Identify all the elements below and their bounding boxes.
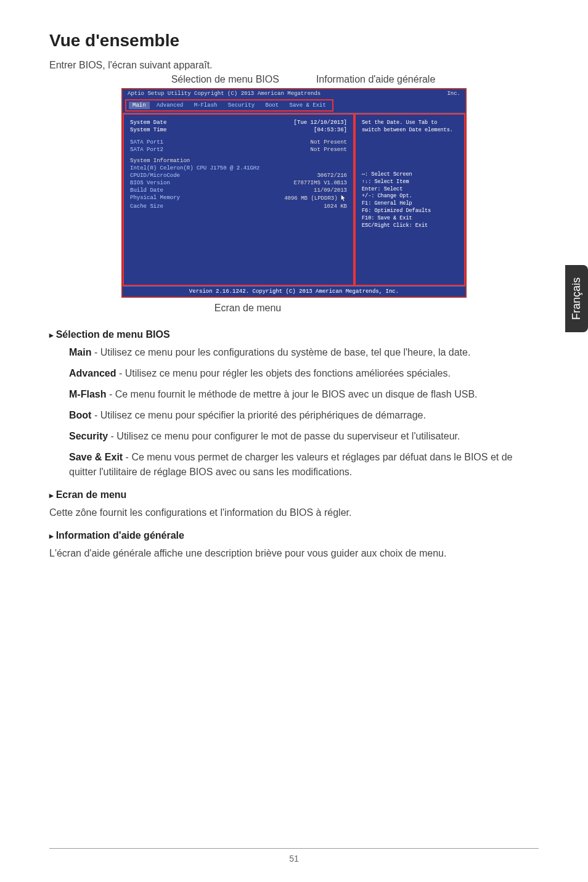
menu-item-main: Main - Utilisez ce menu pour les configu…	[69, 345, 539, 360]
bios-help-panel: Set the Date. Use Tab to switch between …	[354, 113, 465, 286]
bios-label: SATA Port1	[130, 139, 163, 145]
section-help-info-header: Information d'aide générale	[49, 530, 539, 541]
screenshot-caption: Ecran de menu	[0, 303, 539, 314]
bios-cpu-line: Intel(R) Celeron(R) CPU J1750 @ 2.41GHz	[130, 165, 347, 171]
bios-label: Physical Memory	[130, 195, 180, 202]
bios-label: System Date	[130, 120, 166, 126]
menu-item-desc: - Utilisez ce menu pour régler les objet…	[116, 368, 450, 378]
bios-header-left: Aptio Setup Utility Copyright (C) 2013 A…	[128, 91, 321, 97]
bios-help-text2: switch between Date elements.	[362, 127, 458, 134]
help-key: F10: Save & Exit	[362, 215, 458, 223]
help-key: ↔: Select Screen	[362, 171, 458, 179]
bios-screenshot-container: Aptio Setup Utility Copyright (C) 2013 A…	[49, 88, 539, 298]
menu-item-mflash: M-Flash - Ce menu fournit le méthode de …	[69, 387, 539, 402]
help-key: F6: Optimized Defaults	[362, 208, 458, 215]
bios-value: E7877IMS V1.0B13	[294, 180, 347, 186]
bios-value: Not Present	[311, 147, 347, 153]
bios-value: Not Present	[311, 139, 347, 145]
bios-value: 30672/216	[317, 173, 347, 179]
bios-row-date: System Date [Tue 12/10/2013]	[130, 120, 347, 126]
bios-label: CPUID/MicroCode	[130, 173, 180, 179]
bios-row-time: System Time [04:53:36]	[130, 127, 347, 133]
bios-row-cache: Cache Size 1024 KB	[130, 203, 347, 210]
menu-item-desc: - Utilisez ce menu pour configurer le mo…	[108, 431, 460, 441]
bios-label: Build Date	[130, 187, 163, 194]
page-footer: 51	[49, 848, 539, 864]
bios-row-builddate: Build Date 11/09/2013	[130, 187, 347, 194]
menu-item-desc: - Utilisez ce menu pour les configuratio…	[91, 347, 470, 357]
bios-value: 11/09/2013	[314, 187, 347, 194]
section-menu-selection-header: Sélection de menu BIOS	[49, 329, 539, 340]
bios-row-sata1: SATA Port1 Not Present	[130, 139, 347, 145]
page-title: Vue d'ensemble	[49, 31, 539, 51]
cursor-icon	[341, 195, 347, 202]
language-tab: Français	[565, 265, 588, 332]
help-key: ESC/Right Click: Exit	[362, 223, 458, 230]
menu-item-name: Security	[69, 431, 108, 441]
bios-row-sata2: SATA Port2 Not Present	[130, 147, 347, 153]
bios-header-right: Inc.	[447, 91, 460, 97]
menu-item-name: M-Flash	[69, 389, 106, 399]
menu-item-desc: - Ce menu fournit le méthode de mettre à…	[106, 389, 477, 399]
bios-tab-main: Main	[129, 102, 150, 109]
bios-sysinfo-title: System Information	[130, 158, 347, 164]
bios-row-physmem: Physical Memory 4096 MB (LPDDR3)	[130, 195, 347, 202]
bios-body: System Date [Tue 12/10/2013] System Time…	[123, 113, 465, 286]
bios-row-biosver: BIOS Version E7877IMS V1.0B13	[130, 180, 347, 186]
bios-tab-boot: Boot	[261, 102, 282, 109]
bios-help-text1: Set the Date. Use Tab to	[362, 120, 458, 127]
bios-label: System Time	[130, 127, 166, 133]
bios-label: Intel(R) Celeron(R) CPU J1750 @ 2.41GHz	[130, 165, 260, 171]
menu-item-advanced: Advanced - Utilisez ce menu pour régler …	[69, 366, 539, 381]
bios-value: 1024 KB	[324, 203, 347, 210]
section-menu-screen-header: Ecran de menu	[49, 489, 539, 500]
page-number: 51	[289, 854, 299, 864]
bios-value: [Tue 12/10/2013]	[294, 120, 347, 126]
bios-screen: Aptio Setup Utility Copyright (C) 2013 A…	[121, 88, 467, 298]
help-info-label: Information d'aide générale	[316, 74, 435, 85]
menu-item-boot: Boot - Utilisez ce menu pour spécifier l…	[69, 408, 539, 423]
menu-item-name: Advanced	[69, 368, 116, 378]
bios-tab-security: Security	[224, 102, 258, 109]
intro-text: Entrer BIOS, l'écran suivant apparaît.	[49, 60, 539, 71]
bios-value: [04:53:36]	[314, 127, 347, 133]
bios-label: SATA Port2	[130, 147, 163, 153]
menu-item-name: Boot	[69, 410, 91, 420]
menu-item-security: Security - Utilisez ce menu pour configu…	[69, 429, 539, 444]
bios-tab-bar: Main Advanced M-Flash Security Boot Save…	[125, 99, 333, 112]
help-key: +/-: Change Opt.	[362, 193, 458, 200]
bios-label: Cache Size	[130, 203, 163, 210]
bios-label: BIOS Version	[130, 180, 170, 186]
help-info-text: L'écran d'aide générale affiche une desc…	[49, 546, 539, 561]
bios-tab-saveexit: Save & Exit	[286, 102, 330, 109]
menu-selection-label: Sélection de menu BIOS	[171, 74, 279, 85]
menu-item-name: Main	[69, 347, 91, 357]
bios-footer: Version 2.16.1242. Copyright (C) 2013 Am…	[123, 286, 465, 296]
label-row: Sélection de menu BIOS Information d'aid…	[49, 74, 539, 85]
bios-main-panel: System Date [Tue 12/10/2013] System Time…	[123, 113, 354, 286]
bios-help-keys: ↔: Select Screen ↑↓: Select Item Enter: …	[362, 171, 458, 230]
menu-item-desc: - Utilisez ce menu pour spécifier la pri…	[91, 410, 425, 420]
menu-item-name: Save & Exit	[69, 452, 123, 462]
bios-header: Aptio Setup Utility Copyright (C) 2013 A…	[123, 89, 465, 98]
help-key: Enter: Select	[362, 186, 458, 194]
bios-tab-mflash: M-Flash	[190, 102, 221, 109]
bios-value: 4096 MB (LPDDR3)	[284, 195, 347, 202]
bios-row-cpuid: CPUID/MicroCode 30672/216	[130, 173, 347, 179]
bios-tab-advanced: Advanced	[153, 102, 187, 109]
help-key: ↑↓: Select Item	[362, 179, 458, 186]
menu-item-saveexit: Save & Exit - Ce menu vous permet de cha…	[69, 450, 539, 480]
menu-item-desc: - Ce menu vous permet de charger les val…	[69, 452, 513, 477]
help-key: F1: General Help	[362, 200, 458, 208]
menu-screen-text: Cette zône fournit les configurations et…	[49, 505, 539, 520]
